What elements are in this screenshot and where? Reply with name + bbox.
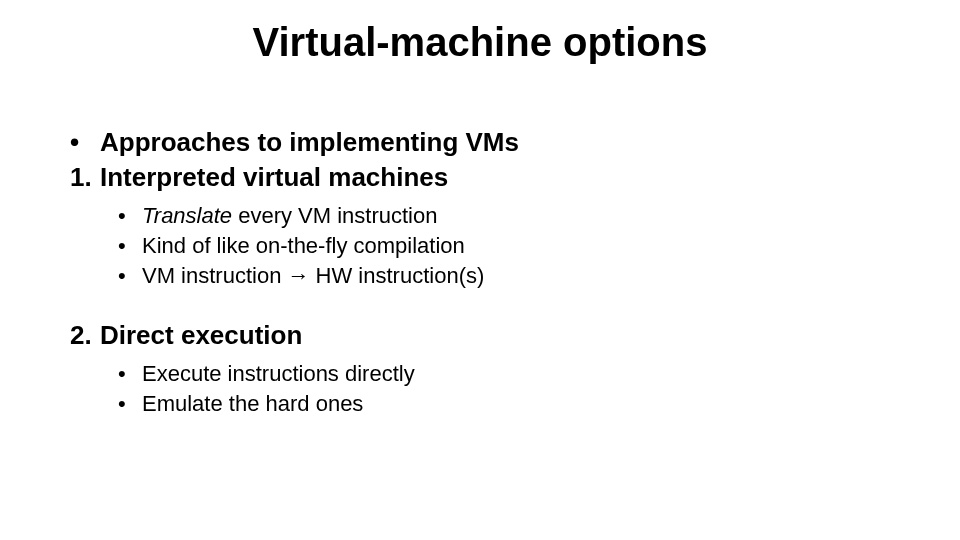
sub-item-text: Emulate the hard ones — [142, 389, 890, 419]
section-number: 1. — [70, 160, 100, 195]
italic-text: Translate — [142, 203, 232, 228]
section-heading: Interpreted virtual machines — [100, 160, 890, 195]
list-item: • Translate every VM instruction — [118, 201, 890, 231]
bullet-icon: • — [70, 125, 100, 160]
list-item: 2. Direct execution — [70, 318, 890, 353]
list-item: • Emulate the hard ones — [118, 389, 890, 419]
plain-text: every VM instruction — [232, 203, 437, 228]
section-number: 2. — [70, 318, 100, 353]
sublist: • Execute instructions directly • Emulat… — [118, 359, 890, 418]
sub-item-text: Kind of like on-the-fly compilation — [142, 231, 890, 261]
sub-item-text: VM instruction → HW instruction(s) — [142, 261, 890, 291]
slide-content: • Approaches to implementing VMs 1. Inte… — [70, 125, 890, 447]
bullet-icon: • — [118, 201, 142, 231]
list-item: • VM instruction → HW instruction(s) — [118, 261, 890, 291]
list-item: 1. Interpreted virtual machines — [70, 160, 890, 195]
bullet-icon: • — [118, 389, 142, 419]
bullet-icon: • — [118, 231, 142, 261]
approaches-label: Approaches to implementing VMs — [100, 125, 890, 160]
sublist: • Translate every VM instruction • Kind … — [118, 201, 890, 290]
bullet-icon: • — [118, 359, 142, 389]
slide: Virtual-machine options • Approaches to … — [0, 0, 960, 540]
slide-title: Virtual-machine options — [0, 20, 960, 65]
list-item: • Kind of like on-the-fly compilation — [118, 231, 890, 261]
section-heading: Direct execution — [100, 318, 890, 353]
sub-item-text: Execute instructions directly — [142, 359, 890, 389]
list-item: • Approaches to implementing VMs — [70, 125, 890, 160]
bullet-icon: • — [118, 261, 142, 291]
list-item: • Execute instructions directly — [118, 359, 890, 389]
sub-item-text: Translate every VM instruction — [142, 201, 890, 231]
